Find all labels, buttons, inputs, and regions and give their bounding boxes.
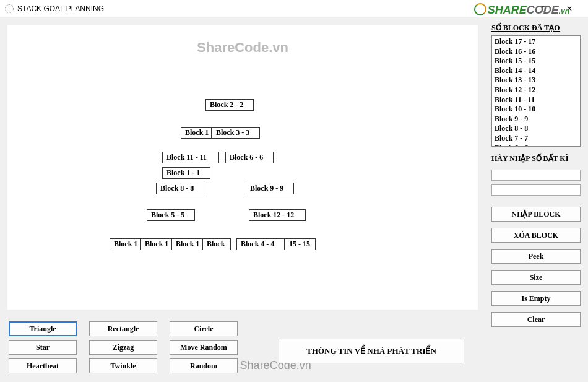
left-panel: ShareCode.vn Block 2 - 2Block 1Block 3 -… [0,17,489,382]
block-listbox[interactable]: Block 17 - 17Block 16 - 16Block 15 - 15B… [491,35,581,147]
delete-block-button[interactable]: XÓA BLOCK [491,228,581,243]
right-panel: SỐ BLOCK ĐÃ TẠO Block 17 - 17Block 16 - … [489,17,588,382]
canvas-area: ShareCode.vn Block 2 - 2Block 1Block 3 -… [7,25,478,310]
star-button[interactable]: Star [9,340,77,355]
block-list-header: SỐ BLOCK ĐÃ TẠO [491,24,581,33]
canvas-block[interactable]: Block 3 - 3 [212,127,260,139]
maximize-button[interactable]: ▢ [529,0,556,17]
canvas-block[interactable]: Block 1 - 1 [162,167,210,179]
developer-info-button[interactable]: THÔNG TIN VỀ NHÀ PHÁT TRIỂN [279,339,464,363]
list-item[interactable]: Block 13 - 13 [495,76,577,85]
clear-button[interactable]: Clear [491,312,581,327]
close-button[interactable]: ✕ [556,0,583,17]
list-item[interactable]: Block 11 - 11 [495,95,577,105]
canvas-block[interactable]: Block 5 - 5 [147,209,195,221]
circle-button[interactable]: Circle [170,321,238,336]
canvas-block[interactable]: Block 4 - 4 [236,238,285,250]
number-input-1[interactable] [491,170,581,181]
list-item[interactable]: Block 16 - 16 [495,47,577,57]
peek-button[interactable]: Peek [491,249,581,264]
heartbeat-button[interactable]: Heartbeat [9,358,77,373]
app-title: STACK GOAL PLANNING [17,4,104,13]
zigzag-button[interactable]: Zigzag [89,340,157,355]
canvas-block[interactable]: Block 9 - 9 [246,183,294,194]
app-icon [5,4,14,13]
canvas-block[interactable]: Block 2 - 2 [205,99,254,111]
shape-button-group: TriangleRectangleCircleStarZigzagMove Ra… [9,321,238,373]
canvas-block[interactable]: Block 6 - 6 [225,152,274,163]
rectangle-button[interactable]: Rectangle [89,321,157,336]
list-item[interactable]: Block 6 - 6 [495,144,577,147]
canvas-block[interactable]: Block 11 - 11 [162,152,219,163]
size-button[interactable]: Size [491,270,581,285]
list-item[interactable]: Block 12 - 12 [495,85,577,95]
canvas-block[interactable]: Block 12 - 12 [249,209,306,221]
is-empty-button[interactable]: Is Empty [491,291,581,306]
add-block-button[interactable]: NHẬP BLOCK [491,207,581,222]
watermark-top: ShareCode.vn [7,40,478,56]
minimize-button[interactable]: — [501,0,529,17]
input-header: HÃY NHẬP SỐ BẤT KÌ [491,154,581,163]
canvas-block[interactable]: Block 1 [171,238,202,250]
canvas-block[interactable]: Block 1 [141,238,171,250]
list-item[interactable]: Block 8 - 8 [495,124,577,134]
titlebar: STACK GOAL PLANNING — ▢ ✕ [0,0,588,17]
list-item[interactable]: Block 17 - 17 [495,37,577,47]
list-item[interactable]: Block 14 - 14 [495,66,577,76]
number-input-2[interactable] [491,184,581,196]
random-button[interactable]: Random [170,358,238,373]
triangle-button[interactable]: Triangle [9,321,77,336]
canvas-block[interactable]: Block 1 [181,127,212,139]
list-item[interactable]: Block 7 - 7 [495,134,577,144]
canvas-block[interactable]: Block [202,238,231,250]
twinkle-button[interactable]: Twinkle [89,358,157,373]
list-item[interactable]: Block 15 - 15 [495,56,577,66]
list-item[interactable]: Block 9 - 9 [495,115,577,124]
canvas-block[interactable]: Block 8 - 8 [156,183,204,194]
canvas-block[interactable]: 15 - 15 [285,238,316,250]
list-item[interactable]: Block 10 - 10 [495,105,577,115]
move-random-button[interactable]: Move Random [170,340,238,355]
canvas-block[interactable]: Block 1 [110,238,141,250]
